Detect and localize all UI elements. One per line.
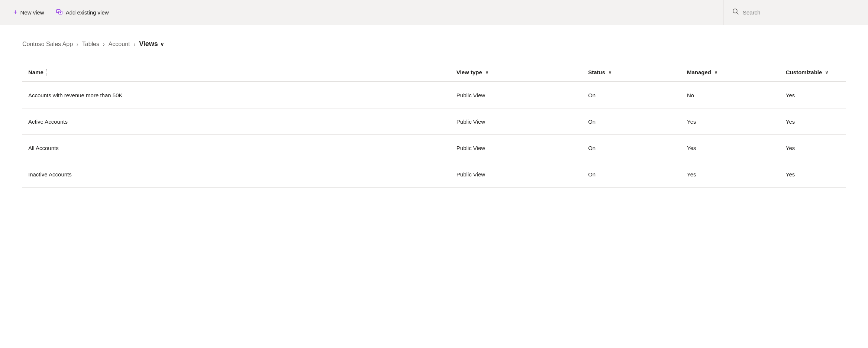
table-row: Inactive Accounts ⋮ Public View On Yes Y… bbox=[22, 161, 846, 188]
search-input[interactable] bbox=[743, 9, 847, 16]
chevron-down-icon-managed[interactable]: ∨ bbox=[714, 69, 718, 75]
sort-down-icon: ↓ bbox=[45, 72, 48, 76]
breadcrumb-account[interactable]: Account bbox=[109, 41, 130, 48]
col-managed-label: Managed bbox=[687, 69, 711, 75]
add-existing-view-label: Add existing view bbox=[66, 9, 109, 16]
breadcrumb-current-label: Views bbox=[139, 40, 158, 48]
add-existing-view-button[interactable]: Add existing view bbox=[52, 6, 113, 20]
cell-viewtype-0: Public View bbox=[451, 82, 582, 108]
table-row: All Accounts ⋮ Public View On Yes Yes bbox=[22, 135, 846, 161]
plus-icon: + bbox=[13, 9, 17, 16]
cell-viewtype-2: Public View bbox=[451, 135, 582, 161]
cell-name-2: All Accounts ⋮ bbox=[22, 135, 451, 161]
new-view-label: New view bbox=[20, 9, 44, 16]
breadcrumb: Contoso Sales App › Tables › Account › V… bbox=[22, 40, 846, 48]
col-header-name: Name ↑ ↓ bbox=[22, 63, 451, 82]
col-header-managed: Managed ∨ bbox=[681, 63, 780, 82]
col-header-customizable: Customizable ∨ bbox=[780, 63, 846, 82]
main-content: Contoso Sales App › Tables › Account › V… bbox=[0, 25, 868, 348]
breadcrumb-sep-3: › bbox=[134, 41, 136, 47]
col-header-status: Status ∨ bbox=[582, 63, 681, 82]
toolbar-left: + New view Add existing view bbox=[9, 6, 113, 20]
table-header: Name ↑ ↓ View type ∨ Status bbox=[22, 63, 846, 82]
toolbar: + New view Add existing view bbox=[0, 0, 868, 25]
sort-icons-name[interactable]: ↑ ↓ bbox=[45, 68, 48, 76]
cell-customizable-1: Yes bbox=[780, 108, 846, 135]
table-body: Accounts with revenue more than 50K ⋮ Pu… bbox=[22, 82, 846, 188]
cell-status-2: On bbox=[582, 135, 681, 161]
table-row: Active Accounts ⋮ Public View On Yes Yes bbox=[22, 108, 846, 135]
search-area bbox=[723, 0, 859, 25]
cell-name-3: Inactive Accounts ⋮ bbox=[22, 161, 451, 188]
chevron-down-icon-viewtype[interactable]: ∨ bbox=[485, 69, 489, 75]
row-name-text-1[interactable]: Active Accounts bbox=[28, 118, 68, 125]
cell-name-0: Accounts with revenue more than 50K ⋮ bbox=[22, 82, 451, 108]
col-header-viewtype: View type ∨ bbox=[451, 63, 582, 82]
breadcrumb-dropdown-icon[interactable]: ∨ bbox=[160, 41, 164, 47]
col-status-label: Status bbox=[588, 69, 605, 75]
cell-managed-0: No bbox=[681, 82, 780, 108]
search-icon bbox=[732, 8, 739, 17]
col-name-label: Name bbox=[28, 69, 43, 75]
cell-managed-3: Yes bbox=[681, 161, 780, 188]
cell-customizable-3: Yes bbox=[780, 161, 846, 188]
breadcrumb-sep-2: › bbox=[103, 41, 105, 47]
row-name-text-3[interactable]: Inactive Accounts bbox=[28, 171, 72, 178]
breadcrumb-sep-1: › bbox=[77, 41, 78, 47]
row-name-text-2[interactable]: All Accounts bbox=[28, 145, 59, 151]
chevron-down-icon-customizable[interactable]: ∨ bbox=[825, 69, 829, 75]
cell-status-0: On bbox=[582, 82, 681, 108]
new-view-button[interactable]: + New view bbox=[9, 6, 49, 19]
breadcrumb-tables[interactable]: Tables bbox=[82, 41, 99, 48]
add-view-icon bbox=[56, 9, 63, 17]
breadcrumb-current: Views ∨ bbox=[139, 40, 164, 48]
cell-managed-1: Yes bbox=[681, 108, 780, 135]
cell-name-1: Active Accounts ⋮ bbox=[22, 108, 451, 135]
cell-customizable-0: Yes bbox=[780, 82, 846, 108]
col-customizable-label: Customizable bbox=[786, 69, 822, 75]
chevron-down-icon-status[interactable]: ∨ bbox=[608, 69, 612, 75]
cell-viewtype-3: Public View bbox=[451, 161, 582, 188]
col-viewtype-label: View type bbox=[456, 69, 482, 75]
row-name-text-0[interactable]: Accounts with revenue more than 50K bbox=[28, 92, 122, 98]
breadcrumb-app[interactable]: Contoso Sales App bbox=[22, 41, 73, 48]
svg-line-5 bbox=[737, 13, 739, 14]
cell-customizable-2: Yes bbox=[780, 135, 846, 161]
views-table: Name ↑ ↓ View type ∨ Status bbox=[22, 63, 846, 188]
cell-status-1: On bbox=[582, 108, 681, 135]
table-row: Accounts with revenue more than 50K ⋮ Pu… bbox=[22, 82, 846, 108]
cell-managed-2: Yes bbox=[681, 135, 780, 161]
add-existing-view-svg bbox=[56, 9, 63, 15]
cell-viewtype-1: Public View bbox=[451, 108, 582, 135]
cell-status-3: On bbox=[582, 161, 681, 188]
